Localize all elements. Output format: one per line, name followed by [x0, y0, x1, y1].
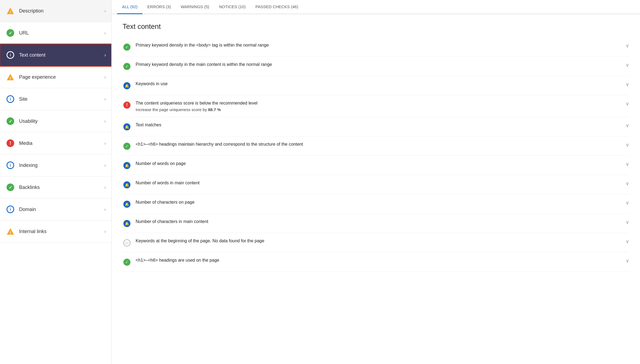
sidebar-item-site[interactable]: iSite›: [0, 88, 111, 110]
check-icon-neutral: —: [123, 238, 131, 247]
svg-text:!: !: [10, 76, 11, 81]
check-item-chars-in-main[interactable]: 🔔Number of characters in main content∨: [123, 214, 629, 233]
check-item-keyword-density-body[interactable]: ✓Primary keyword density in the <body> t…: [123, 37, 629, 57]
sidebar-item-usability[interactable]: ✓Usability›: [0, 110, 111, 132]
check-expand-icon[interactable]: ∨: [626, 200, 629, 206]
icon-error-red: !: [5, 138, 15, 148]
check-item-words-in-main[interactable]: 🔔Number of words in main content∨: [123, 175, 629, 194]
check-expand-icon[interactable]: ∨: [626, 81, 629, 87]
icon-info-blue: i: [5, 94, 15, 104]
content-scroll: Text content ✓Primary keyword density in…: [112, 14, 640, 364]
check-expand-icon[interactable]: ∨: [626, 62, 629, 68]
check-title-keywords-in-use: Keywords in use: [136, 81, 621, 87]
tab-passed[interactable]: PASSED CHECKS (46): [251, 0, 303, 14]
check-icon-bell: 🔔: [123, 181, 131, 189]
icon-check-green: ✓: [5, 28, 15, 38]
sidebar-item-label-backlinks: Backlinks: [19, 185, 104, 190]
chevron-icon: ›: [104, 118, 106, 124]
check-expand-icon[interactable]: ∨: [626, 142, 629, 148]
tab-warnings[interactable]: WARNINGS (5): [176, 0, 214, 14]
check-expand-icon[interactable]: ∨: [626, 238, 629, 244]
check-item-content-uniqueness[interactable]: !The content uniqueness score is below t…: [123, 95, 629, 117]
check-expand-icon[interactable]: ∨: [626, 43, 629, 49]
check-body-keywords-in-use: Keywords in use: [136, 81, 621, 87]
check-title-keywords-beginning: Keywords at the beginning of the page. N…: [136, 238, 621, 244]
check-body-headings-used: <h1>–<h6> headings are used on the page: [136, 257, 621, 263]
icon-info-blue: i: [5, 204, 15, 214]
check-item-words-on-page[interactable]: 🔔Number of words on page∨: [123, 156, 629, 175]
chevron-icon: ›: [104, 8, 106, 14]
check-body-content-uniqueness: The content uniqueness score is below th…: [136, 100, 621, 112]
sidebar-item-label-text-content: Text content: [19, 52, 104, 58]
icon-info-blue: i: [5, 160, 15, 170]
sidebar-item-media[interactable]: !Media›: [0, 132, 111, 154]
icon-check-green: ✓: [5, 182, 15, 192]
sidebar-item-backlinks[interactable]: ✓Backlinks›: [0, 176, 111, 198]
check-icon-bell: 🔔: [123, 219, 131, 228]
check-subtitle-content-uniqueness: Increase the page uniqueness score by 88…: [136, 107, 621, 112]
section-title: Text content: [123, 22, 629, 31]
sidebar-item-text-content[interactable]: iText content›: [0, 44, 111, 66]
sidebar-item-internal-links[interactable]: ! Internal links›: [0, 221, 111, 243]
check-icon-check: ✓: [123, 62, 131, 71]
sidebar-item-url[interactable]: ✓URL›: [0, 22, 111, 44]
chevron-icon: ›: [104, 229, 106, 234]
check-body-keyword-density-body: Primary keyword density in the <body> ta…: [136, 42, 621, 48]
check-title-headings-used: <h1>–<h6> headings are used on the page: [136, 257, 621, 263]
check-body-chars-in-main: Number of characters in main content: [136, 219, 621, 225]
check-body-words-on-page: Number of words on page: [136, 161, 621, 167]
check-title-text-matches: Text matches: [136, 122, 621, 128]
sidebar-item-label-indexing: Indexing: [19, 163, 104, 168]
check-expand-icon[interactable]: ∨: [626, 161, 629, 167]
chevron-icon: ›: [104, 74, 106, 80]
icon-warning: !: [5, 227, 15, 236]
chevron-icon: ›: [104, 140, 106, 146]
check-icon-bell: 🔔: [123, 161, 131, 170]
check-expand-icon[interactable]: ∨: [626, 101, 629, 107]
icon-check-green: ✓: [5, 116, 15, 126]
check-title-chars-in-main: Number of characters in main content: [136, 219, 621, 225]
check-item-headings-used[interactable]: ✓<h1>–<h6> headings are used on the page…: [123, 252, 629, 272]
check-title-headings-hierarchy: <h1>–<h6> headings maintain hierarchy an…: [136, 141, 621, 147]
sidebar-item-label-url: URL: [19, 30, 104, 36]
sidebar-item-label-media: Media: [19, 140, 104, 146]
check-body-text-matches: Text matches: [136, 122, 621, 128]
check-expand-icon[interactable]: ∨: [626, 219, 629, 225]
check-item-keyword-density-main[interactable]: ✓Primary keyword density in the main con…: [123, 57, 629, 76]
check-body-chars-on-page: Number of characters on page: [136, 199, 621, 205]
chevron-icon: ›: [104, 96, 106, 102]
tab-errors[interactable]: ERRORS (3): [142, 0, 176, 14]
sidebar-item-page-experience[interactable]: ! Page experience›: [0, 66, 111, 88]
sidebar-item-domain[interactable]: iDomain›: [0, 198, 111, 221]
tab-notices[interactable]: NOTICES (10): [214, 0, 251, 14]
check-icon-bell: 🔔: [123, 81, 131, 90]
check-item-headings-hierarchy[interactable]: ✓<h1>–<h6> headings maintain hierarchy a…: [123, 136, 629, 156]
chevron-icon: ›: [104, 163, 106, 168]
check-body-keywords-beginning: Keywords at the beginning of the page. N…: [136, 238, 621, 244]
check-icon-error: !: [123, 101, 131, 109]
chevron-icon: ›: [104, 207, 106, 212]
check-icon-check: ✓: [123, 258, 131, 267]
check-item-keywords-in-use[interactable]: 🔔Keywords in use∨: [123, 76, 629, 95]
check-expand-icon[interactable]: ∨: [626, 258, 629, 264]
main-content: ALL (92)ERRORS (3)WARNINGS (5)NOTICES (1…: [112, 0, 640, 364]
tab-all[interactable]: ALL (92): [117, 0, 142, 14]
icon-warning: !: [5, 6, 15, 16]
sidebar-item-label-description: Description: [19, 8, 104, 14]
check-icon-bell: 🔔: [123, 123, 131, 131]
check-title-keyword-density-body: Primary keyword density in the <body> ta…: [136, 42, 621, 48]
chevron-icon: ›: [104, 52, 106, 58]
sidebar-item-description[interactable]: ! Description›: [0, 0, 111, 22]
sidebar-item-indexing[interactable]: iIndexing›: [0, 154, 111, 176]
sidebar-item-label-internal-links: Internal links: [19, 229, 104, 234]
check-item-text-matches[interactable]: 🔔Text matches∨: [123, 117, 629, 136]
sidebar-item-label-page-experience: Page experience: [19, 74, 104, 80]
svg-text:!: !: [10, 231, 11, 235]
check-title-words-on-page: Number of words on page: [136, 161, 621, 167]
check-item-chars-on-page[interactable]: 🔔Number of characters on page∨: [123, 194, 629, 214]
check-title-words-in-main: Number of words in main content: [136, 180, 621, 186]
check-item-keywords-beginning[interactable]: —Keywords at the beginning of the page. …: [123, 233, 629, 252]
check-expand-icon[interactable]: ∨: [626, 181, 629, 186]
check-expand-icon[interactable]: ∨: [626, 123, 629, 129]
check-icon-bell: 🔔: [123, 200, 131, 209]
